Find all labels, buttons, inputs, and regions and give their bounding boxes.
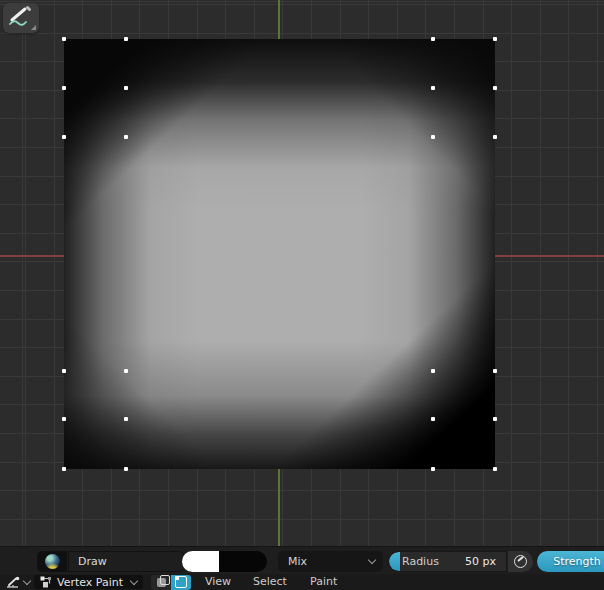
mesh-vertex-dot: [62, 417, 66, 421]
mesh-vertex-dot: [431, 417, 435, 421]
vertex-selection-mask-toggle[interactable]: [171, 575, 191, 590]
3d-viewport[interactable]: [0, 0, 604, 546]
menu-select[interactable]: Select: [253, 574, 287, 590]
mesh-vertex-dot: [431, 37, 435, 41]
vertex-paint-mode-icon: [40, 576, 52, 588]
mesh-vertex-dot: [124, 467, 128, 471]
mesh-vertex-dot: [62, 369, 66, 373]
strength-slider[interactable]: Strength: [537, 551, 604, 572]
mesh-vertex-dot: [62, 467, 66, 471]
radius-slider-fill: [389, 552, 400, 571]
editor-type-button[interactable]: [3, 575, 32, 589]
mesh-vertex-dot: [493, 467, 497, 471]
mode-dropdown-value: Vertex Paint: [57, 576, 126, 589]
mesh-vertex-dot: [431, 467, 435, 471]
strength-label: Strength: [553, 555, 601, 568]
face-selection-mask-toggle[interactable]: [151, 575, 171, 590]
menu-paint[interactable]: Paint: [310, 574, 337, 590]
chevron-down-icon: [368, 556, 376, 564]
mesh-vertex-dot: [431, 369, 435, 373]
paint-mask-toggles: [151, 575, 191, 589]
radius-label: Radius: [402, 555, 465, 568]
mesh-vertex-dot: [124, 37, 128, 41]
primary-color-swatch[interactable]: [182, 551, 219, 572]
vertex-mask-icon: [175, 576, 187, 588]
mesh-vertex-dot: [431, 135, 435, 139]
painted-mesh-plane[interactable]: [64, 39, 495, 469]
mesh-vertex-dot: [62, 135, 66, 139]
tool-settings-bar: Draw Mix Radius 50 px Strength: [0, 546, 604, 574]
menu-view[interactable]: View: [205, 574, 231, 590]
mesh-vertex-dot: [124, 135, 128, 139]
blender-window: Draw Mix Radius 50 px Strength: [0, 0, 604, 590]
editor-type-icon: [6, 576, 21, 589]
radius-slider[interactable]: Radius 50 px: [388, 551, 507, 572]
mode-dropdown[interactable]: Vertex Paint: [34, 575, 143, 589]
face-mask-icon: [157, 578, 166, 587]
draw-tool-button[interactable]: [3, 3, 39, 33]
blend-mode-value: Mix: [288, 555, 369, 568]
blend-mode-dropdown[interactable]: Mix: [278, 551, 383, 572]
brush-sphere-icon: [45, 554, 60, 569]
tool-flyout-indicator: [31, 25, 36, 30]
mesh-vertex-dot: [493, 37, 497, 41]
mesh-vertex-dot: [124, 86, 128, 90]
chevron-down-icon: [130, 576, 138, 584]
viewport-header: Vertex Paint View Select Paint: [0, 574, 604, 590]
mesh-vertex-dot: [493, 135, 497, 139]
radius-value: 50 px: [465, 555, 496, 568]
mesh-vertex-dot: [124, 417, 128, 421]
mesh-vertex-dot: [431, 86, 435, 90]
chevron-down-icon: [22, 576, 30, 584]
radius-pressure-toggle[interactable]: [508, 551, 533, 572]
mesh-vertex-dot: [124, 369, 128, 373]
mesh-vertex-dot: [62, 86, 66, 90]
brush-name-field[interactable]: Draw: [68, 551, 188, 572]
mesh-vertex-dot: [493, 86, 497, 90]
mesh-vertex-dot: [62, 37, 66, 41]
mesh-vertex-dot: [493, 369, 497, 373]
secondary-color-swatch[interactable]: [219, 551, 267, 572]
mesh-vertex-dot: [493, 417, 497, 421]
stylus-pressure-icon: [514, 555, 527, 568]
brush-preview-button[interactable]: [37, 551, 67, 572]
